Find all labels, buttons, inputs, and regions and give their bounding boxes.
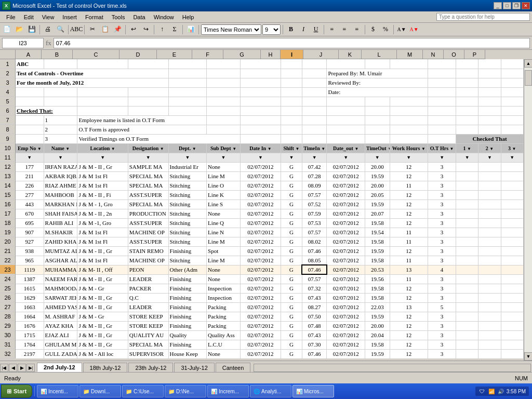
row-9[interactable]: 9 <box>0 134 16 143</box>
cut-button[interactable]: ✂ <box>87 24 98 35</box>
col-header-K[interactable]: K <box>339 50 362 59</box>
col-header-D[interactable]: D <box>119 50 157 59</box>
menu-help[interactable]: Help <box>178 13 198 21</box>
cell-J3[interactable]: Reviewed By: <box>327 78 428 87</box>
row-7[interactable]: 7 <box>0 115 16 125</box>
row-30[interactable]: 30 <box>0 330 16 340</box>
col-header-M[interactable]: M <box>397 50 423 59</box>
col-header-I[interactable]: I <box>281 50 303 59</box>
underline-button[interactable]: U <box>310 24 322 35</box>
menu-data[interactable]: Data <box>129 13 149 21</box>
percent-button[interactable]: % <box>380 24 391 35</box>
help-search-input[interactable] <box>436 13 530 21</box>
taskbar-item-2[interactable]: 📁 C:\Use... <box>122 385 164 397</box>
row-22[interactable]: 22 <box>0 256 16 265</box>
col-header-J[interactable]: J <box>303 50 339 59</box>
minimize-button[interactable]: _ <box>494 2 502 9</box>
col-header-O[interactable]: O <box>444 50 464 59</box>
cell-C8[interactable]: O.T Form is approved <box>77 125 207 134</box>
tab-scroll-last[interactable]: ▶| <box>26 364 35 372</box>
cell-B7[interactable]: 1 <box>44 115 77 125</box>
cell-C9[interactable]: Verified Timings on O.T Form <box>77 134 241 143</box>
col-header-P[interactable]: P <box>464 50 485 59</box>
scroll-up-button[interactable]: ▲ <box>524 59 532 68</box>
menu-window[interactable]: Window <box>150 13 178 21</box>
row-31[interactable]: 31 <box>0 340 16 349</box>
start-button[interactable]: ⊞ Start <box>1 384 32 398</box>
chart-button[interactable]: 📊 <box>185 24 196 35</box>
taskbar-item-1[interactable]: 📁 Downl... <box>79 385 121 397</box>
maximize-button[interactable]: □ <box>503 2 511 9</box>
open-button[interactable]: 📂 <box>14 24 25 35</box>
row-14[interactable]: 14 <box>0 181 16 190</box>
cell-C7[interactable]: Employee name is listed in O.T Form <box>77 115 207 125</box>
align-right-button[interactable]: ≡ <box>351 24 363 35</box>
print-preview-button[interactable]: 🔍 <box>55 24 66 35</box>
row-1[interactable]: 1 <box>0 59 16 69</box>
font-color-button[interactable]: A▼ <box>408 24 420 35</box>
redo-button[interactable]: ↪ <box>140 24 152 35</box>
col-header-L[interactable]: L <box>362 50 397 59</box>
align-center-button[interactable]: ≡ <box>339 24 350 35</box>
new-button[interactable]: 📄 <box>1 24 12 35</box>
row-10[interactable]: 10 <box>0 143 16 153</box>
cell-A3[interactable]: For the month of July, 2012 <box>16 78 168 87</box>
row-21[interactable]: 21 <box>0 246 16 256</box>
col-header-E[interactable]: E <box>157 50 192 59</box>
row-6[interactable]: 6 <box>0 106 16 115</box>
row-28[interactable]: 28 <box>0 312 16 321</box>
row-32[interactable]: 32 <box>0 349 16 358</box>
scroll-down-button[interactable]: ▼ <box>524 352 532 361</box>
sheet-tab-canteen[interactable]: Canteen <box>216 363 251 372</box>
cell-A1[interactable]: ABC <box>16 59 44 69</box>
row-20[interactable]: 20 <box>0 237 16 246</box>
cell-J2[interactable]: Prepared By: M. Umair <box>327 69 428 78</box>
formula-input[interactable] <box>54 38 530 48</box>
selected-cell-I23[interactable]: 07.46 <box>302 265 327 274</box>
row-8[interactable]: 8 <box>0 125 16 134</box>
col-header-C[interactable]: C <box>73 50 119 59</box>
col-header-A[interactable]: A <box>16 50 42 59</box>
row-25[interactable]: 25 <box>0 284 16 293</box>
row-12[interactable]: 12 <box>0 162 16 171</box>
row-29[interactable]: 29 <box>0 321 16 330</box>
row-18[interactable]: 18 <box>0 218 16 228</box>
col-header-B[interactable]: B <box>42 50 73 59</box>
row-19[interactable]: 19 <box>0 228 16 237</box>
save-button[interactable]: 💾 <box>26 24 37 35</box>
italic-button[interactable]: I <box>298 24 309 35</box>
spell-check-button[interactable]: ABC <box>71 24 82 35</box>
cell-B9[interactable]: 3 <box>44 134 77 143</box>
menu-file[interactable]: File <box>2 13 20 21</box>
scrollbar-thumb[interactable] <box>525 70 532 86</box>
sheet-tab-july18[interactable]: 18th July-12 <box>83 363 128 372</box>
row-4[interactable]: 4 <box>0 87 16 97</box>
tab-scroll-first[interactable]: |◀ <box>0 364 8 372</box>
undo-button[interactable]: ↩ <box>128 24 139 35</box>
sheet-tab-july23[interactable]: 23th July-12 <box>128 363 173 372</box>
taskbar-item-6[interactable]: 📊 Micros... <box>292 385 334 397</box>
taskbar-item-0[interactable]: 📊 Incenti... <box>37 385 78 397</box>
currency-button[interactable]: $ <box>367 24 379 35</box>
row-17[interactable]: 17 <box>0 209 16 218</box>
close-button[interactable]: ✕ <box>522 2 530 9</box>
horizontal-scrollbar[interactable] <box>254 364 531 372</box>
row-23[interactable]: 23 <box>0 265 16 274</box>
col-header-H[interactable]: H <box>261 50 281 59</box>
align-left-button[interactable]: ≡ <box>326 24 338 35</box>
autosum-button[interactable]: Σ <box>169 24 180 35</box>
row-16[interactable]: 16 <box>0 200 16 209</box>
row-26[interactable]: 26 <box>0 293 16 302</box>
print-button[interactable]: 🖨 <box>42 24 54 35</box>
sheet-tab-july2[interactable]: 2nd July-12 <box>37 363 82 372</box>
row-11[interactable]: 11 <box>0 153 16 162</box>
menu-tools[interactable]: Tools <box>108 13 129 21</box>
vertical-scrollbar[interactable]: ▲ ▼ <box>524 59 532 361</box>
menu-insert[interactable]: Insert <box>58 13 81 21</box>
row-27[interactable]: 27 <box>0 302 16 312</box>
taskbar-item-5[interactable]: 🌐 Analyti... <box>250 385 291 397</box>
row-13[interactable]: 13 <box>0 171 16 181</box>
menu-edit[interactable]: Edit <box>20 13 38 21</box>
row-15[interactable]: 15 <box>0 190 16 200</box>
restore-button[interactable]: ❐ <box>512 2 521 9</box>
